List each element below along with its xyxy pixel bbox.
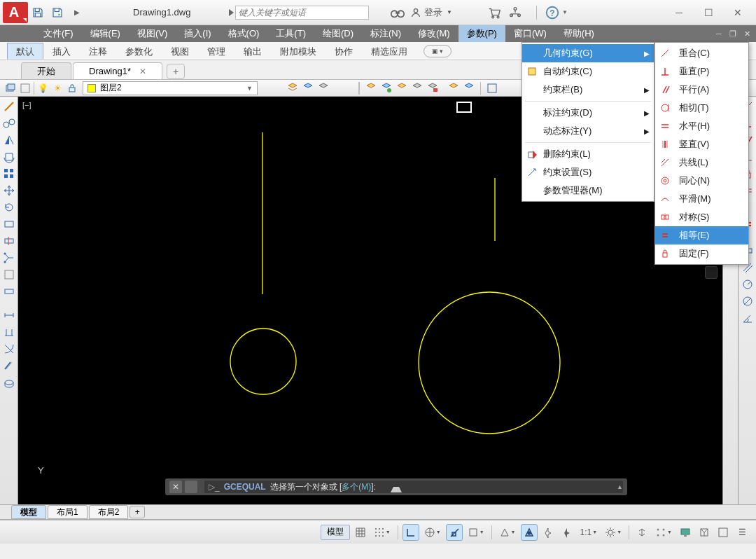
window-minimize[interactable]: ─ [665, 3, 693, 22]
params-item-9[interactable]: 参数管理器(M) [522, 181, 654, 200]
layer-dropdown[interactable]: 图层2 ▼ [83, 81, 258, 95]
sb-qp-icon[interactable] [634, 524, 650, 541]
menu-2[interactable]: 视图(V) [129, 25, 176, 42]
l1-icon[interactable] [364, 82, 378, 95]
sb-polar-icon[interactable]: ▼ [421, 524, 444, 541]
ribbon-tab-2[interactable]: 注释 [80, 43, 116, 60]
sb-sc-icon[interactable] [540, 524, 556, 541]
params-item-8[interactable]: 约束设置(S) [522, 163, 654, 181]
file-tab-add[interactable]: + [167, 64, 185, 79]
sb-custom-icon[interactable]: ☰ [734, 524, 750, 541]
sb-units-icon[interactable]: ▼ [652, 524, 675, 541]
sb-iso-icon[interactable] [696, 524, 713, 541]
mdi-restore[interactable]: ❐ [727, 28, 739, 39]
ribbon-tab-4[interactable]: 视图 [162, 43, 198, 60]
circle-tool[interactable] [2, 342, 16, 356]
geom-item-8[interactable]: 平滑(M) [655, 190, 748, 208]
sb-scale[interactable]: 1:1▼ [578, 524, 601, 541]
layfrz-icon[interactable] [316, 82, 330, 95]
menu-8[interactable]: 修改(M) [410, 25, 458, 42]
tab-close-icon[interactable]: ✕ [139, 67, 146, 76]
model-tab-2[interactable]: 布局2 [89, 505, 129, 519]
dim-tool[interactable] [2, 308, 16, 322]
qat-save[interactable] [29, 4, 46, 21]
menu-9[interactable]: 参数(P) [458, 25, 505, 42]
rotate-tool[interactable] [2, 200, 16, 214]
sb-3dosnap-icon[interactable]: ▼ [465, 524, 487, 541]
binoculars-icon[interactable] [390, 5, 405, 20]
extend-tool[interactable] [2, 268, 16, 282]
ribbon-tab-5[interactable]: 管理 [198, 43, 234, 60]
qat-more[interactable]: ▶ [69, 4, 85, 21]
params-item-5[interactable]: 动态标注(Y)▶ [522, 122, 654, 140]
ribbon-expand[interactable]: ▣ ▾ [424, 45, 451, 57]
search-input[interactable] [235, 6, 369, 20]
menu-7[interactable]: 标注(N) [362, 25, 410, 42]
hatch-tool[interactable] [2, 375, 16, 389]
l8-icon[interactable] [485, 82, 499, 95]
params-item-4[interactable]: 标注约束(D)▶ [522, 104, 654, 122]
sb-mon-icon[interactable] [677, 524, 694, 541]
menu-10[interactable]: 窗口(W) [505, 25, 555, 42]
geom-item-6[interactable]: 共线(L) [655, 153, 748, 172]
command-line[interactable]: ✕ ▷_ GCEQUAL 选择第一个对象或 [多个(M)]: ▲ [165, 478, 627, 495]
menu-4[interactable]: 格式(O) [220, 25, 268, 42]
window-close[interactable]: ✕ [724, 3, 752, 22]
l2-icon[interactable] [379, 82, 393, 95]
cmd-config-icon[interactable] [185, 481, 197, 493]
nav-more-icon[interactable] [705, 266, 718, 279]
app-logo[interactable]: A [3, 2, 28, 23]
params-item-7[interactable]: 删除约束(L) [522, 145, 654, 163]
app-icon[interactable] [507, 5, 523, 20]
mdi-minimize[interactable]: ─ [713, 28, 725, 39]
dc-ang-icon[interactable] [741, 311, 755, 325]
menu-5[interactable]: 工具(T) [267, 25, 314, 42]
file-tab-0[interactable]: 开始 [21, 62, 71, 79]
cmd-history-icon[interactable]: ▲ [617, 483, 623, 490]
menu-3[interactable]: 插入(I) [176, 25, 219, 42]
text-tool[interactable] [2, 325, 16, 339]
rect-tool[interactable] [2, 217, 16, 231]
l5-icon[interactable] [426, 82, 440, 95]
sb-snap-icon[interactable]: ▼ [371, 524, 393, 541]
params-item-0[interactable]: 几何约束(G)▶ [522, 44, 654, 62]
sb-osnap-icon[interactable] [446, 524, 463, 541]
dc-dia-icon[interactable] [741, 294, 755, 308]
ribbon-tab-6[interactable]: 输出 [234, 43, 271, 60]
sb-cycle-icon[interactable] [559, 524, 575, 541]
menu-0[interactable]: 文件(F) [35, 25, 82, 42]
layer-states-icon[interactable] [19, 82, 31, 95]
ribbon-tab-8[interactable]: 协作 [326, 43, 362, 60]
sb-clean-icon[interactable] [715, 524, 732, 541]
ribbon-tab-0[interactable]: 默认 [7, 43, 43, 60]
spline-tool[interactable] [2, 284, 16, 298]
polyline-tool[interactable] [2, 116, 16, 130]
dc-rad-icon[interactable] [741, 277, 755, 291]
l3-icon[interactable] [395, 82, 409, 95]
move-tool[interactable] [2, 184, 16, 198]
layout-add[interactable]: + [130, 506, 145, 518]
geom-item-1[interactable]: 垂直(P) [655, 62, 748, 81]
help-dd[interactable]: ▼ [562, 9, 568, 15]
laywalk-icon[interactable] [301, 82, 315, 95]
lprop-icon[interactable] [286, 82, 300, 95]
sb-transparency-icon[interactable] [521, 524, 538, 541]
params-menu[interactable]: 几何约束(G)▶自动约束(C)约束栏(B)▶标注约束(D)▶动态标注(Y)▶删除… [522, 42, 654, 202]
geom-item-10[interactable]: 相等(E) [655, 226, 748, 244]
menu-6[interactable]: 绘图(D) [314, 25, 362, 42]
stretch-tool[interactable] [2, 234, 16, 248]
trim-tool[interactable] [2, 251, 16, 265]
params-item-2[interactable]: 约束栏(B)▶ [522, 81, 654, 99]
geom-item-3[interactable]: 相切(T) [655, 99, 748, 117]
geom-item-11[interactable]: 固定(F) [655, 244, 748, 263]
geom-item-4[interactable]: 水平(H) [655, 117, 748, 135]
l7-icon[interactable] [462, 82, 476, 95]
geom-item-2[interactable]: 平行(A) [655, 81, 748, 99]
sun-icon[interactable]: ☀ [51, 82, 64, 95]
sb-ortho-icon[interactable] [402, 524, 419, 541]
ribbon-tab-1[interactable]: 插入 [43, 43, 80, 60]
geom-item-9[interactable]: 对称(S) [655, 208, 748, 226]
file-tab-1[interactable]: Drawing1*✕ [73, 62, 162, 79]
array-tool[interactable] [2, 167, 16, 181]
geom-item-0[interactable]: 重合(C) [655, 44, 748, 62]
